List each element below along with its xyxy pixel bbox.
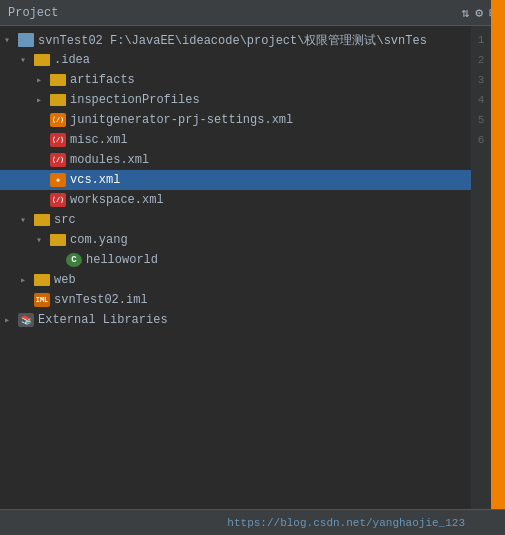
module-icon: [18, 33, 34, 47]
tree-item-label: vcs.xml: [70, 173, 120, 187]
folder-icon: [50, 234, 66, 246]
orange-strip: [491, 0, 505, 535]
header-bar: Project ⇅ ⚙ ⊞: [0, 0, 505, 26]
ext-lib-icon: 📚: [18, 313, 34, 327]
folder-icon: [34, 54, 50, 66]
bottom-bar: https://blog.csdn.net/yanghaojie_123: [0, 509, 505, 535]
line-number: 4: [478, 90, 485, 110]
folder-icon: [34, 274, 50, 286]
tree-item-label: junitgenerator-prj-settings.xml: [70, 113, 293, 127]
line-number: 3: [478, 70, 485, 90]
line-number: 6: [478, 130, 485, 150]
tree-item[interactable]: ▾svnTest02 F:\JavaEE\ideacode\project\权限…: [0, 30, 471, 50]
tree-item[interactable]: ▸📚External Libraries: [0, 310, 471, 330]
xml-red-icon: ⟨/⟩: [50, 193, 66, 207]
line-number: 2: [478, 50, 485, 70]
tree-item-label: helloworld: [86, 253, 158, 267]
xml-orange-icon: ⟨/⟩: [50, 113, 66, 127]
tree-arrow[interactable]: ▾: [4, 34, 18, 46]
tree-item-label: artifacts: [70, 73, 135, 87]
bottom-url[interactable]: https://blog.csdn.net/yanghaojie_123: [227, 517, 465, 529]
gear-icon[interactable]: ⚙: [475, 5, 483, 21]
xml-orange-icon: ◈: [50, 173, 66, 187]
tree-arrow[interactable]: ▾: [20, 214, 34, 226]
project-title: Project: [8, 6, 58, 20]
tree-item[interactable]: ⟨/⟩junitgenerator-prj-settings.xml: [0, 110, 471, 130]
tree-item-label: svnTest02 F:\JavaEE\ideacode\project\权限管…: [38, 32, 427, 49]
tree-item-label: inspectionProfiles: [70, 93, 200, 107]
tree-item[interactable]: ◈vcs.xml: [0, 170, 471, 190]
tree-arrow[interactable]: ▸: [4, 314, 18, 326]
iml-icon: IML: [34, 293, 50, 307]
tree-item-label: misc.xml: [70, 133, 128, 147]
folder-icon: [34, 214, 50, 226]
line-number: 5: [478, 110, 485, 130]
tree-item[interactable]: ▸inspectionProfiles: [0, 90, 471, 110]
tree-item-label: web: [54, 273, 76, 287]
tree-item[interactable]: Chelloworld: [0, 250, 471, 270]
class-icon: C: [66, 253, 82, 267]
line-number: 1: [478, 30, 485, 50]
tree-item[interactable]: ▾com.yang: [0, 230, 471, 250]
tree-arrow[interactable]: ▸: [36, 74, 50, 86]
folder-icon: [50, 74, 66, 86]
tree-item-label: External Libraries: [38, 313, 168, 327]
tree-item[interactable]: ▾.idea: [0, 50, 471, 70]
tree-arrow[interactable]: ▾: [36, 234, 50, 246]
sort-icon[interactable]: ⇅: [462, 5, 470, 21]
tree-item[interactable]: IMLsvnTest02.iml: [0, 290, 471, 310]
tree-arrow[interactable]: ▸: [20, 274, 34, 286]
tree-item[interactable]: ⟨/⟩misc.xml: [0, 130, 471, 150]
line-numbers: 123456: [471, 26, 491, 509]
tree-item-label: svnTest02.iml: [54, 293, 148, 307]
tree-item[interactable]: ▸web: [0, 270, 471, 290]
tree-item[interactable]: ▸artifacts: [0, 70, 471, 90]
tree-item[interactable]: ⟨/⟩modules.xml: [0, 150, 471, 170]
tree-arrow[interactable]: ▾: [20, 54, 34, 66]
tree-item-label: com.yang: [70, 233, 128, 247]
tree-arrow[interactable]: ▸: [36, 94, 50, 106]
tree-item-label: src: [54, 213, 76, 227]
tree-area: ▾svnTest02 F:\JavaEE\ideacode\project\权限…: [0, 26, 505, 509]
tree-item-label: modules.xml: [70, 153, 149, 167]
folder-icon: [50, 94, 66, 106]
xml-red-icon: ⟨/⟩: [50, 153, 66, 167]
tree-item-label: workspace.xml: [70, 193, 164, 207]
tree-item[interactable]: ▾src: [0, 210, 471, 230]
tree-item[interactable]: ⟨/⟩workspace.xml: [0, 190, 471, 210]
xml-red-icon: ⟨/⟩: [50, 133, 66, 147]
tree-item-label: .idea: [54, 53, 90, 67]
